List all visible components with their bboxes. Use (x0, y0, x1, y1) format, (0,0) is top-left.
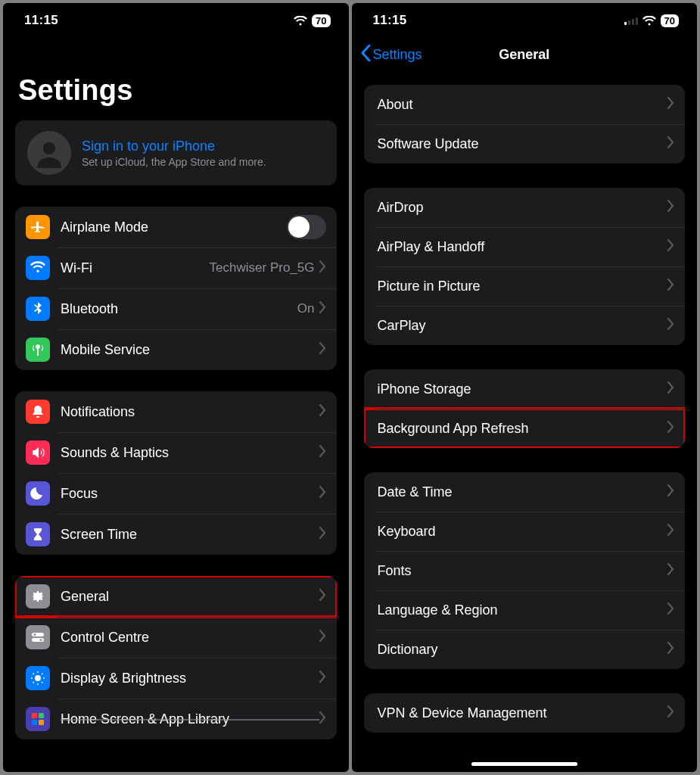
toggle-switch[interactable] (287, 215, 326, 239)
chevron-right-icon (667, 239, 674, 254)
row-bluetooth[interactable]: BluetoothOn (15, 288, 337, 329)
row-airplay-handoff[interactable]: AirPlay & Handoff (364, 227, 686, 266)
row-airdrop[interactable]: AirDrop (364, 188, 686, 227)
cellular-icon (624, 16, 638, 25)
row-vpn-device-management[interactable]: VPN & Device Management (364, 693, 686, 733)
settings-root-screen: 11:15 70 Settings Sign in to your iPhone… (3, 3, 349, 772)
row-label: Focus (61, 486, 319, 502)
row-home-screen-app-library[interactable]: Home Screen & App Library (15, 699, 337, 739)
general-content: AboutSoftware Update AirDropAirPlay & Ha… (352, 71, 698, 772)
row-carplay[interactable]: CarPlay (364, 306, 686, 345)
signin-card[interactable]: Sign in to your iPhone Set up iCloud, th… (15, 120, 337, 185)
row-display-brightness[interactable]: Display & Brightness (15, 658, 337, 699)
back-label: Settings (373, 47, 422, 63)
row-label: Display & Brightness (61, 671, 319, 686)
chevron-right-icon (667, 200, 674, 215)
svg-rect-16 (32, 720, 37, 725)
svg-point-0 (43, 142, 55, 154)
row-label: Screen Time (61, 527, 319, 543)
sun-icon (26, 666, 50, 690)
row-general[interactable]: General (15, 576, 337, 617)
general-group: GeneralControl CentreDisplay & Brightnes… (15, 576, 337, 739)
row-notifications[interactable]: Notifications (15, 391, 337, 432)
row-about[interactable]: About (364, 85, 686, 124)
row-mobile-service[interactable]: Mobile Service (15, 329, 337, 370)
row-label: Language & Region (378, 602, 668, 618)
gear-icon (26, 584, 50, 608)
chevron-right-icon (667, 279, 674, 294)
status-icons: 70 (294, 14, 330, 27)
row-picture-in-picture[interactable]: Picture in Picture (364, 266, 686, 306)
switches-icon (26, 625, 50, 649)
svg-line-10 (33, 674, 35, 675)
chevron-left-icon (361, 45, 371, 65)
settings-content: Sign in to your iPhone Set up iCloud, th… (3, 120, 349, 772)
svg-point-2 (34, 633, 36, 636)
row-label: Home Screen & App Library (61, 711, 319, 727)
chevron-right-icon (667, 705, 674, 721)
battery-badge: 70 (312, 14, 330, 27)
chevron-right-icon (667, 484, 674, 500)
row-airplane-mode[interactable]: Airplane Mode (15, 207, 337, 247)
chevron-right-icon (319, 342, 326, 357)
row-software-update[interactable]: Software Update (364, 124, 686, 163)
wifi-icon (294, 16, 307, 26)
row-focus[interactable]: Focus (15, 473, 337, 514)
chevron-right-icon (667, 381, 674, 397)
wifi-icon (642, 16, 656, 26)
about-group: AboutSoftware Update (364, 85, 686, 163)
signin-text: Sign in to your iPhone Set up iCloud, th… (82, 139, 266, 168)
row-iphone-storage[interactable]: iPhone Storage (364, 369, 686, 409)
row-label: iPhone Storage (378, 381, 668, 397)
row-label: Background App Refresh (378, 421, 668, 437)
row-label: Control Centre (61, 630, 319, 646)
svg-line-11 (42, 682, 43, 683)
row-wi-fi[interactable]: Wi-FiTechwiser Pro_5G (15, 247, 337, 288)
storage-group: iPhone StorageBackground App Refresh (364, 369, 686, 448)
battery-badge: 70 (661, 14, 679, 27)
chevron-right-icon (319, 589, 326, 604)
row-date-time[interactable]: Date & Time (364, 472, 686, 512)
svg-rect-14 (32, 713, 37, 718)
hourglass-icon (26, 522, 50, 546)
status-bar: 11:15 70 (352, 3, 698, 38)
bell-icon (26, 400, 50, 424)
row-dictionary[interactable]: Dictionary (364, 630, 686, 669)
row-label: Software Update (378, 136, 668, 152)
row-label: Fonts (378, 563, 668, 579)
chevron-right-icon (667, 524, 674, 539)
moon-icon (26, 481, 50, 506)
chevron-right-icon (667, 318, 674, 333)
status-bar: 11:15 70 (3, 3, 349, 38)
row-keyboard[interactable]: Keyboard (364, 512, 686, 551)
row-background-app-refresh[interactable]: Background App Refresh (364, 409, 686, 448)
row-label: AirDrop (378, 200, 668, 216)
row-language-region[interactable]: Language & Region (364, 590, 686, 630)
row-label: Sounds & Haptics (61, 445, 319, 461)
row-label: Bluetooth (61, 301, 297, 317)
row-label: Wi-Fi (61, 260, 210, 276)
row-sounds-haptics[interactable]: Sounds & Haptics (15, 432, 337, 473)
svg-rect-1 (32, 633, 44, 636)
row-label: Date & Time (378, 484, 668, 500)
avatar-placeholder-icon (27, 131, 71, 175)
row-label: CarPlay (378, 318, 668, 334)
bluetooth-icon (26, 297, 50, 321)
back-button[interactable]: Settings (361, 45, 422, 65)
row-screen-time[interactable]: Screen Time (15, 514, 337, 555)
row-label: Dictionary (378, 642, 668, 658)
row-label: Airplane Mode (61, 219, 287, 235)
grid-icon (26, 707, 50, 731)
chevron-right-icon (319, 260, 326, 275)
signin-title: Sign in to your iPhone (82, 139, 266, 154)
row-fonts[interactable]: Fonts (364, 551, 686, 590)
status-time: 11:15 (373, 13, 407, 28)
chevron-right-icon (319, 445, 326, 460)
row-control-centre[interactable]: Control Centre (15, 617, 337, 658)
airplane-icon (26, 215, 50, 239)
svg-line-12 (33, 682, 35, 683)
svg-point-5 (35, 675, 41, 681)
chevron-right-icon (667, 97, 674, 112)
home-indicator[interactable] (471, 762, 577, 766)
wifi-icon (26, 256, 50, 280)
